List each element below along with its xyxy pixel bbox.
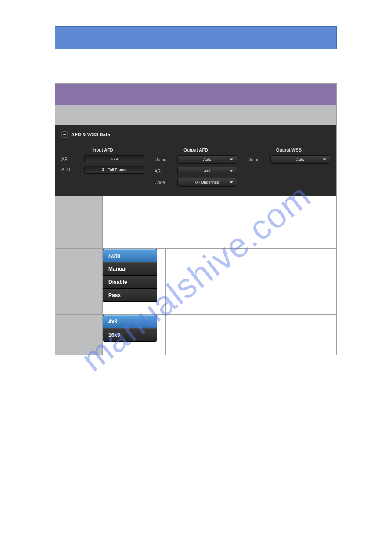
info-row-2-right xyxy=(103,222,337,249)
grey-subheader-row xyxy=(55,105,337,125)
input-afd-value: 2 - Full Frame xyxy=(84,166,144,174)
collapse-icon[interactable]: − xyxy=(61,131,68,138)
panel-body: Input AFD AR 16:9 AFD 2 - Full Frame xyxy=(61,142,330,189)
input-afd-header: Input AFD xyxy=(61,146,144,155)
menu1-item-manual[interactable]: Manual xyxy=(103,262,157,276)
top-banner xyxy=(55,26,337,49)
output-wss-output-value: Auto xyxy=(296,157,305,162)
output-afd-code-select[interactable]: 0 - Undefined xyxy=(177,178,237,187)
info-row-2-left xyxy=(55,222,103,249)
output-wss-header: Output WSS xyxy=(248,146,330,155)
menu1-item-disable[interactable]: Disable xyxy=(103,276,157,289)
input-afd-label: AFD xyxy=(61,167,80,172)
menu1-cell: Auto Manual Disable Pass xyxy=(103,249,166,315)
output-afd-ar-value: 4x3 xyxy=(204,169,211,173)
main-table: − AFD & WSS Data Input AFD AR 16:9 AFD xyxy=(55,83,337,355)
panel-header[interactable]: − AFD & WSS Data xyxy=(61,130,330,142)
afd-wss-panel: − AFD & WSS Data Input AFD AR 16:9 AFD xyxy=(55,125,336,196)
output-wss-column: Output WSS Output Auto xyxy=(248,146,330,189)
output-mode-menu: Auto Manual Disable Pass xyxy=(103,249,157,302)
menu2-cell: 4x3 16x9 xyxy=(103,315,166,355)
input-ar-label: AR xyxy=(61,157,80,162)
menu1-right xyxy=(166,249,337,315)
output-afd-code-label: Code xyxy=(155,180,173,185)
info-row-2 xyxy=(55,222,337,249)
menu1-item-auto[interactable]: Auto xyxy=(103,249,157,262)
input-ar-value: 16:9 xyxy=(84,155,144,163)
menu1-row: Auto Manual Disable Pass xyxy=(55,249,337,315)
menu1-item-pass[interactable]: Pass xyxy=(103,289,157,302)
output-afd-code-value: 0 - Undefined xyxy=(195,180,219,185)
output-afd-output-select[interactable]: Auto xyxy=(177,155,237,164)
menu2-left xyxy=(55,315,103,355)
menu2-item-16x9[interactable]: 16x9 xyxy=(103,328,157,341)
output-afd-column: Output AFD Output Auto AR 4x3 Code xyxy=(155,146,237,189)
panel-title: AFD & WSS Data xyxy=(71,132,110,137)
output-wss-output-select[interactable]: Auto xyxy=(270,155,330,164)
page-root: − AFD & WSS Data Input AFD AR 16:9 AFD xyxy=(0,0,392,555)
menu2-item-4x3[interactable]: 4x3 xyxy=(103,315,157,328)
output-afd-output-value: Auto xyxy=(203,157,212,162)
afd-panel-row: − AFD & WSS Data Input AFD AR 16:9 AFD xyxy=(55,125,337,196)
purple-header-row xyxy=(55,84,337,105)
output-afd-ar-label: AR xyxy=(155,169,173,174)
output-wss-output-label: Output xyxy=(248,157,266,162)
ar-menu: 4x3 16x9 xyxy=(103,315,157,342)
output-afd-header: Output AFD xyxy=(155,146,237,155)
menu2-right xyxy=(166,315,337,355)
menu2-row: 4x3 16x9 xyxy=(55,315,337,355)
info-row-1 xyxy=(55,196,337,222)
output-afd-output-label: Output xyxy=(155,157,173,162)
info-row-1-left xyxy=(55,196,103,222)
info-row-1-right xyxy=(103,196,337,222)
input-afd-column: Input AFD AR 16:9 AFD 2 - Full Frame xyxy=(61,146,144,189)
menu1-left xyxy=(55,249,103,315)
output-afd-ar-select[interactable]: 4x3 xyxy=(177,167,237,175)
